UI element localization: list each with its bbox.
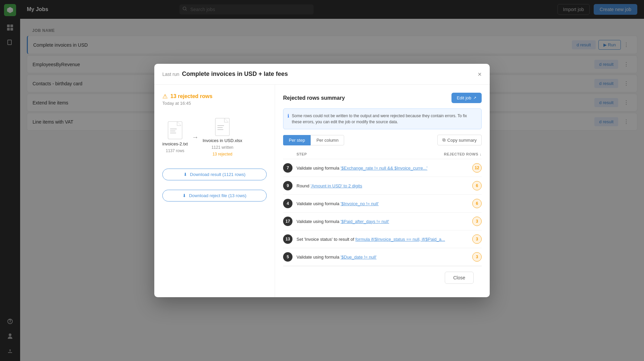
step-description: Round 'Amount in USD' to 2 digits [297, 183, 472, 188]
info-icon: ℹ [287, 113, 289, 125]
col-rejected-rows-header: REJECTED ROWS ↓ [444, 152, 482, 156]
edit-job-button[interactable]: Edit job ↗ [451, 93, 482, 103]
step-desc-link[interactable]: '$Invoice_no != null' [340, 201, 379, 206]
steps-table-area: STEP REJECTED ROWS ↓ 7 Validate using fo… [283, 152, 482, 266]
step-desc-link[interactable]: '$Paid_after_days != null' [340, 219, 389, 224]
step-row[interactable]: 4 Validate using formula '$Invoice_no !=… [283, 195, 482, 213]
tab-bar: Per step Per column ⧉ Copy summary [283, 135, 482, 145]
download-reject-label: Download reject file (13 rows) [189, 193, 246, 198]
step-number: 13 [283, 234, 292, 244]
modal-close-button[interactable]: × [478, 71, 482, 78]
download-result-button[interactable]: ⬇ Download result (1121 rows) [162, 169, 267, 180]
source-file-name: invoices-2.txt [162, 141, 188, 146]
step-description: Validate using formula '$Paid_after_days… [297, 219, 472, 224]
step-description: Validate using formula '$Invoice_no != n… [297, 201, 472, 206]
step-row[interactable]: 13 Set 'Invoice status' to result of for… [283, 230, 482, 248]
modal-body: ⚠ 13 rejected rows Today at 16:45 [154, 85, 490, 297]
svg-rect-9 [215, 118, 229, 136]
step-number: 9 [283, 181, 292, 190]
step-description: Validate using formula '$Due_date != nul… [297, 255, 472, 260]
warning-icon: ⚠ [162, 93, 168, 100]
download-result-label: Download result (1121 rows) [190, 172, 245, 177]
copy-summary-button[interactable]: ⧉ Copy summary [437, 135, 482, 145]
rejected-count-badge: 6 [472, 181, 482, 190]
step-desc-link[interactable]: '$Exchange_rate != null && $Invoice_curr… [340, 166, 427, 171]
download-icon: ⬇ [183, 172, 187, 177]
step-desc-link[interactable]: 'Amount in USD' to 2 digits [311, 183, 362, 188]
modal: Last run Complete invoices in USD + late… [154, 64, 490, 297]
step-desc-plain: Validate using formula [297, 166, 340, 171]
flow-arrow-icon: → [192, 133, 199, 141]
step-row[interactable]: 5 Validate using formula '$Due_date != n… [283, 248, 482, 266]
steps-list: 7 Validate using formula '$Exchange_rate… [283, 159, 482, 266]
output-file-icon [215, 118, 230, 136]
edit-job-label: Edit job [457, 95, 471, 100]
left-panel: ⚠ 13 rejected rows Today at 16:45 [154, 85, 275, 297]
modal-footer: Close [283, 266, 482, 289]
step-number: 7 [283, 163, 292, 173]
svg-rect-11 [217, 127, 223, 128]
step-description: Validate using formula '$Exchange_rate !… [297, 166, 472, 171]
rejected-count-badge: 3 [472, 217, 482, 226]
flow-diagram: invoices-2.txt 1137 rows → I [162, 118, 267, 156]
output-rejected: 13 rejected [212, 152, 232, 156]
step-desc-plain: Set 'Invoice status' to result of [297, 237, 356, 242]
right-panel-header: Rejected rows summary Edit job ↗ [283, 93, 482, 103]
right-panel: Rejected rows summary Edit job ↗ ℹ Some … [275, 85, 490, 297]
step-row[interactable]: 7 Validate using formula '$Exchange_rate… [283, 159, 482, 177]
step-desc-plain: Validate using formula [297, 201, 340, 206]
step-desc-plain: Round [297, 183, 311, 188]
step-number: 17 [283, 217, 292, 226]
copy-summary-label: Copy summary [447, 138, 477, 143]
rejected-count-badge: 6 [472, 199, 482, 208]
info-banner: ℹ Some rows could not be written to the … [283, 108, 482, 129]
rejection-alert: ⚠ 13 rejected rows Today at 16:45 [162, 93, 267, 106]
svg-rect-8 [170, 133, 176, 133]
step-row[interactable]: 9 Round 'Amount in USD' to 2 digits 6 [283, 177, 482, 195]
rejected-count-badge: 3 [472, 234, 482, 244]
step-number: 5 [283, 252, 292, 262]
svg-rect-6 [170, 129, 177, 129]
output-file: Invoices in USD.xlsx 1121 written 13 rej… [203, 118, 242, 156]
external-link-icon: ↗ [473, 96, 476, 100]
modal-title-main: Complete invoices in USD + late fees [182, 71, 288, 78]
run-date: Today at 16:45 [162, 101, 267, 106]
svg-rect-7 [170, 131, 175, 131]
svg-rect-5 [168, 122, 182, 139]
col-step-header: STEP [283, 152, 444, 156]
download-reject-button[interactable]: ⬇ Download reject file (13 rows) [162, 190, 267, 201]
tab-per-step[interactable]: Per step [283, 135, 311, 145]
rejected-count-badge: 3 [472, 252, 482, 262]
rejected-count-badge: 12 [472, 163, 482, 173]
step-desc-link[interactable]: formula if($Invoice_status == null, if($… [356, 237, 445, 242]
rejected-rows-label: 13 rejected rows [170, 93, 212, 99]
right-panel-title: Rejected rows summary [283, 95, 451, 101]
step-desc-link[interactable]: '$Due_date != null' [340, 255, 376, 260]
source-file-icon [168, 121, 182, 139]
step-desc-plain: Validate using formula [297, 219, 340, 224]
modal-header: Last run Complete invoices in USD + late… [154, 64, 490, 85]
modal-overlay: Last run Complete invoices in USD + late… [0, 0, 644, 361]
step-number: 4 [283, 199, 292, 208]
svg-rect-12 [217, 129, 223, 130]
tab-per-column[interactable]: Per column [311, 135, 344, 145]
close-button[interactable]: Close [445, 272, 474, 284]
step-description: Set 'Invoice status' to result of formul… [297, 237, 472, 242]
svg-rect-10 [217, 125, 224, 126]
source-file: invoices-2.txt 1137 rows [162, 121, 188, 153]
copy-icon: ⧉ [442, 137, 445, 143]
step-row[interactable]: 17 Validate using formula '$Paid_after_d… [283, 213, 482, 230]
output-file-name: Invoices in USD.xlsx [203, 138, 242, 143]
info-text: Some rows could not be written to the ou… [292, 113, 477, 125]
output-written: 1121 written [211, 145, 233, 150]
modal-title-label: Last run [162, 72, 179, 77]
source-file-rows: 1137 rows [166, 148, 184, 153]
step-desc-plain: Validate using formula [297, 255, 340, 260]
download-reject-icon: ⬇ [182, 193, 186, 198]
